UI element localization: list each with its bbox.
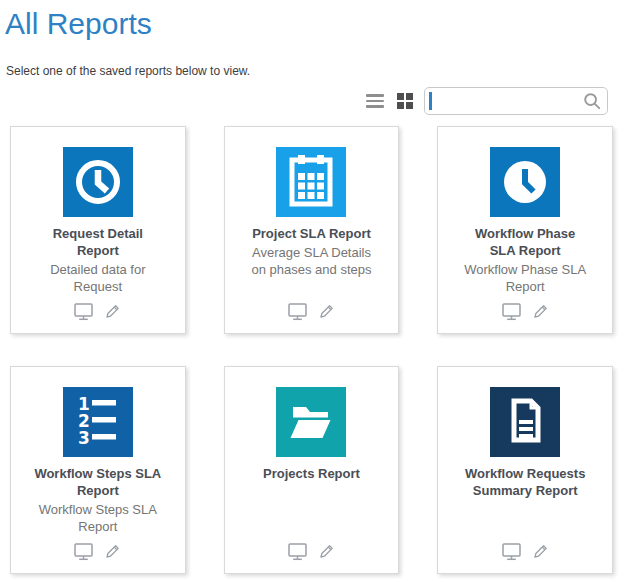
monitor-icon xyxy=(287,542,308,561)
page-subtitle: Select one of the saved reports below to… xyxy=(6,64,628,78)
pencil-icon xyxy=(103,542,122,561)
report-title: Workflow Requests Summary Report xyxy=(446,466,604,500)
report-card[interactable]: Workflow Requests Summary Report xyxy=(437,366,613,574)
svg-text:3: 3 xyxy=(78,428,90,448)
edit-report-button[interactable] xyxy=(531,542,550,561)
report-description: Detailed data for Request xyxy=(19,262,177,296)
card-actions xyxy=(438,542,612,561)
clock-outline-icon xyxy=(63,147,133,217)
report-description: Workflow Steps SLA Report xyxy=(19,502,177,536)
report-card[interactable]: Projects Report xyxy=(224,366,400,574)
monitor-icon xyxy=(501,542,522,561)
report-title: Project SLA Report xyxy=(233,226,391,243)
report-title: Request Detail Report xyxy=(19,226,177,260)
pencil-icon xyxy=(317,302,336,321)
edit-report-button[interactable] xyxy=(317,542,336,561)
view-report-button[interactable] xyxy=(287,302,308,321)
reports-grid: Request Detail Report Detailed data for … xyxy=(0,126,628,574)
report-card[interactable]: Workflow Phase SLA Report Workflow Phase… xyxy=(437,126,613,334)
view-report-button[interactable] xyxy=(501,542,522,561)
search-box xyxy=(424,87,608,115)
pencil-icon xyxy=(317,542,336,561)
text-caret xyxy=(429,92,432,110)
edit-report-button[interactable] xyxy=(531,302,550,321)
grid-view-button[interactable] xyxy=(395,91,415,111)
pencil-icon xyxy=(103,302,122,321)
monitor-icon xyxy=(501,302,522,321)
all-reports-page: All Reports Select one of the saved repo… xyxy=(0,6,628,582)
report-card[interactable]: 123 Workflow Steps SLA Report Workflow S… xyxy=(10,366,186,574)
clock-solid-icon xyxy=(490,147,560,217)
report-title: Workflow Phase SLA Report xyxy=(446,226,604,260)
page-title: All Reports xyxy=(5,6,628,42)
magnifier-icon[interactable] xyxy=(583,92,601,110)
grid-view-icon xyxy=(397,93,413,109)
pencil-icon xyxy=(531,302,550,321)
numbered-list-icon: 123 xyxy=(63,387,133,457)
view-report-button[interactable] xyxy=(73,542,94,561)
monitor-icon xyxy=(287,302,308,321)
edit-report-button[interactable] xyxy=(103,302,122,321)
view-report-button[interactable] xyxy=(73,302,94,321)
calendar-icon xyxy=(276,147,346,217)
toolbar xyxy=(0,87,608,115)
edit-report-button[interactable] xyxy=(103,542,122,561)
document-icon xyxy=(490,387,560,457)
folder-icon xyxy=(276,387,346,457)
edit-report-button[interactable] xyxy=(317,302,336,321)
view-report-button[interactable] xyxy=(501,302,522,321)
pencil-icon xyxy=(531,542,550,561)
list-view-button[interactable] xyxy=(364,92,386,110)
card-actions xyxy=(225,302,399,321)
report-description: Average SLA Details on phases and steps xyxy=(233,245,391,279)
monitor-icon xyxy=(73,302,94,321)
card-actions xyxy=(225,542,399,561)
report-title: Projects Report xyxy=(233,466,391,483)
card-actions xyxy=(438,302,612,321)
monitor-icon xyxy=(73,542,94,561)
card-actions xyxy=(11,542,185,561)
report-card[interactable]: Request Detail Report Detailed data for … xyxy=(10,126,186,334)
report-description: Workflow Phase SLA Report xyxy=(446,262,604,296)
report-card[interactable]: Project SLA Report Average SLA Details o… xyxy=(224,126,400,334)
card-actions xyxy=(11,302,185,321)
report-title: Workflow Steps SLA Report xyxy=(19,466,177,500)
list-view-icon xyxy=(366,94,384,108)
view-report-button[interactable] xyxy=(287,542,308,561)
